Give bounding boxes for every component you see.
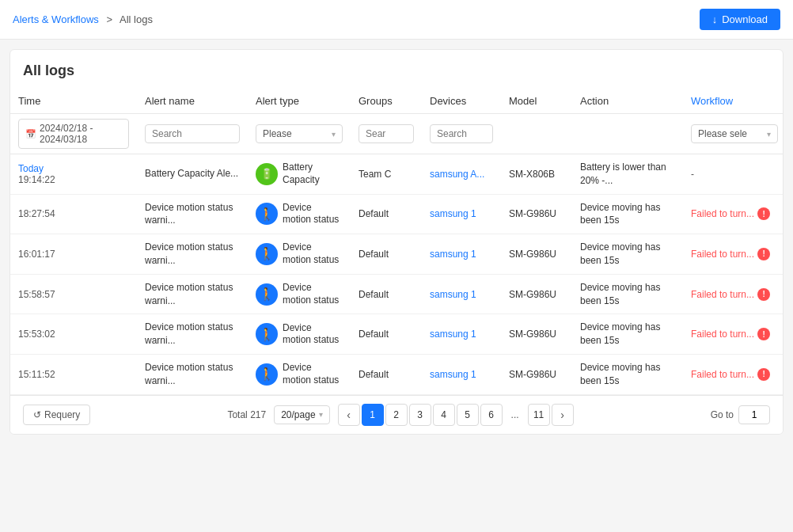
download-button[interactable]: ↓ Download <box>700 9 780 30</box>
alert-name-filter[interactable] <box>145 124 240 143</box>
row-model: SM-X806B <box>509 169 555 180</box>
col-alert-type: Alert type <box>248 89 351 114</box>
workflow-failed-text: Failed to turn... <box>691 369 754 380</box>
requery-label: Requery <box>44 409 80 420</box>
table-row: 15:58:57 Device motion status warni... 🚶… <box>10 274 783 314</box>
row-alert-name: Device motion status warni... <box>145 321 233 346</box>
motion-alert-icon: 🚶 <box>256 323 278 345</box>
row-alert-type: Device motion status <box>283 362 343 386</box>
pagination-next-button[interactable]: › <box>552 404 574 426</box>
workflow-failed: Failed to turn... ! <box>691 288 778 301</box>
motion-alert-icon: 🚶 <box>256 203 278 225</box>
motion-alert-icon: 🚶 <box>256 283 278 306</box>
per-page-select[interactable]: 20/page ▾ <box>274 405 329 424</box>
row-groups: Default <box>359 369 389 380</box>
row-model: SM-G986U <box>509 249 556 260</box>
row-action: Device moving has been 15s <box>580 241 660 266</box>
row-model: SM-G986U <box>509 208 556 219</box>
row-devices[interactable]: samsung 1 <box>430 289 476 300</box>
per-page-value: 20/page <box>281 409 315 420</box>
row-action: Device moving has been 15s <box>580 321 660 346</box>
col-workflow: Workflow <box>683 89 783 114</box>
row-groups: Default <box>359 289 389 300</box>
row-time: 15:11:52 <box>18 369 55 380</box>
requery-icon: ↺ <box>33 409 41 420</box>
workflow-failed-text: Failed to turn... <box>691 289 754 300</box>
workflow-failed: Failed to turn... ! <box>691 207 778 220</box>
time-filter[interactable]: 📅 2024/02/18 - 2024/03/18 <box>18 119 129 149</box>
row-alert-name: Battery Capacity Ale... <box>145 168 238 179</box>
pagination-prev-button[interactable]: ‹ <box>338 404 360 426</box>
col-action: Action <box>572 89 683 114</box>
row-alert-type: Battery Capacity <box>283 162 343 186</box>
breadcrumb-separator: > <box>106 13 112 25</box>
goto-input[interactable] <box>738 405 770 424</box>
breadcrumb-link[interactable]: Alerts & Workflows <box>13 13 99 25</box>
row-alert-type: Device motion status <box>283 322 343 347</box>
main-container: All logs Time Alert name Alert type Grou… <box>9 49 784 435</box>
table-row: 16:01:17 Device motion status warni... 🚶… <box>10 234 783 275</box>
row-action: Device moving has been 15s <box>580 282 660 306</box>
battery-alert-icon: 🔋 <box>256 163 278 185</box>
pagination-page-2[interactable]: 2 <box>385 404 408 426</box>
requery-button[interactable]: ↺ Requery <box>23 405 90 425</box>
workflow-failed-text: Failed to turn... <box>691 329 754 340</box>
row-devices[interactable]: samsung 1 <box>430 208 476 219</box>
workflow-failed: Failed to turn... ! <box>691 248 778 260</box>
row-groups: Default <box>359 329 389 340</box>
pagination-page-11[interactable]: 11 <box>528 404 550 426</box>
error-icon: ! <box>757 207 770 220</box>
filter-row: 📅 2024/02/18 - 2024/03/18 Please ▾ <box>10 114 783 154</box>
row-devices[interactable]: samsung 1 <box>430 249 476 260</box>
row-time: 15:53:02 <box>18 329 55 340</box>
breadcrumb-current: All logs <box>120 13 153 25</box>
table-row: 18:27:54 Device motion status warni... 🚶… <box>10 194 783 234</box>
row-action: Battery is lower than 20% -... <box>580 162 666 186</box>
row-devices[interactable]: samsung 1 <box>430 329 476 340</box>
pagination-page-3[interactable]: 3 <box>409 404 431 426</box>
pagination-page-4[interactable]: 4 <box>433 404 455 426</box>
pagination-page-1[interactable]: 1 <box>362 404 384 426</box>
table-wrapper: Time Alert name Alert type Groups Device… <box>10 89 783 395</box>
page-buttons: ‹123456...11› <box>338 404 574 426</box>
alert-type-chevron-icon: ▾ <box>332 130 336 139</box>
breadcrumb: Alerts & Workflows > All logs <box>13 13 153 25</box>
row-time: 19:14:22 <box>18 174 55 185</box>
per-page-chevron-icon: ▾ <box>319 410 323 419</box>
col-model: Model <box>501 89 572 114</box>
alert-type-filter[interactable]: Please ▾ <box>256 124 343 143</box>
pagination-ellipsis: ... <box>504 404 526 426</box>
time-filter-value: 2024/02/18 - 2024/03/18 <box>40 123 122 145</box>
row-devices[interactable]: samsung 1 <box>430 369 476 380</box>
workflow-failed-text: Failed to turn... <box>691 208 754 219</box>
workflow-failed: Failed to turn... ! <box>691 368 778 381</box>
motion-alert-icon: 🚶 <box>256 363 278 386</box>
workflow-value: - <box>691 169 694 180</box>
row-time: 15:58:57 <box>18 289 55 300</box>
pagination-total: Total 217 <box>227 409 266 420</box>
pagination-page-5[interactable]: 5 <box>457 404 479 426</box>
row-alert-type: Device motion status <box>283 241 343 266</box>
pagination-page-6[interactable]: 6 <box>480 404 503 426</box>
goto-label: Go to <box>711 409 734 420</box>
row-model: SM-G986U <box>509 369 556 380</box>
row-groups: Default <box>359 249 389 260</box>
row-devices[interactable]: samsung A... <box>430 169 484 180</box>
workflow-filter-label: Please sele <box>698 128 747 139</box>
devices-filter[interactable] <box>430 124 493 143</box>
row-model: SM-G986U <box>509 289 556 300</box>
panel-title: All logs <box>23 63 770 79</box>
error-icon: ! <box>757 288 770 301</box>
download-label: Download <box>722 13 768 25</box>
row-groups: Team C <box>359 169 391 180</box>
workflow-filter[interactable]: Please sele ▾ <box>691 124 778 143</box>
row-alert-name: Device motion status warni... <box>145 241 233 266</box>
workflow-failed-text: Failed to turn... <box>691 249 754 260</box>
row-action: Device moving has been 15s <box>580 202 660 226</box>
error-icon: ! <box>757 248 770 260</box>
error-icon: ! <box>757 368 770 381</box>
goto-section: Go to <box>711 405 770 424</box>
top-bar: Alerts & Workflows > All logs ↓ Download <box>0 0 793 40</box>
row-time: 18:27:54 <box>18 208 55 219</box>
groups-filter[interactable] <box>359 124 414 143</box>
